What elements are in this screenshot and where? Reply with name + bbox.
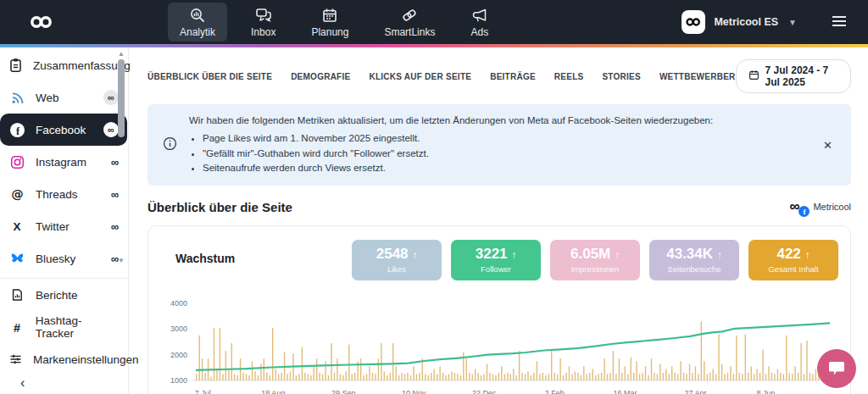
threads-icon: @ bbox=[8, 186, 25, 202]
date-range-value: 7 Jul 2024 - 7 Jul 2025 bbox=[765, 64, 838, 88]
stat-value: 3221 bbox=[476, 246, 508, 262]
sidebar: ZusammenfassungWeb∞fFacebook∞Instagram∞@… bbox=[0, 47, 129, 394]
stat-label: Gesamt Inhalt bbox=[768, 264, 818, 274]
scrollbar-thumb[interactable] bbox=[118, 59, 125, 137]
tab-reels[interactable]: REELS bbox=[554, 72, 584, 81]
growth-stats: 2548 ↑ Likes3221 ↑ Follower6.05M ↑ Impre… bbox=[352, 240, 838, 280]
scroll-down-icon[interactable]: ▼ bbox=[118, 258, 125, 264]
bluesky-icon bbox=[8, 252, 25, 266]
tab-berblick-ber-die-seite[interactable]: ÜBERBLICK ÜBER DIE SEITE bbox=[147, 72, 272, 81]
stat-card-gesamt-inhalt[interactable]: 422 ↑ Gesamt Inhalt bbox=[748, 240, 838, 280]
sidebar-item-berichte[interactable]: Berichte bbox=[0, 279, 127, 311]
up-arrow-icon: ↑ bbox=[805, 249, 810, 261]
account-brand-icon bbox=[682, 10, 705, 34]
sidebar-item-label: Berichte bbox=[36, 289, 78, 302]
tab-demografie[interactable]: DEMOGRAFIE bbox=[291, 72, 350, 81]
scroll-up-icon[interactable]: ▲ bbox=[118, 51, 125, 58]
nav-item-planung[interactable]: Planung bbox=[299, 3, 360, 42]
banner-close-button[interactable]: ✕ bbox=[820, 136, 836, 155]
support-chat-button[interactable] bbox=[817, 349, 856, 388]
tab-wettbewerber[interactable]: WETTBEWERBER bbox=[659, 72, 736, 81]
banner-bullet-list: Page Likes wird am 1. November 2025 eing… bbox=[189, 131, 713, 176]
x-axis-tick: 29 Sep bbox=[331, 389, 356, 394]
stat-value: 6.05M bbox=[570, 246, 610, 262]
activity-bars bbox=[196, 322, 828, 381]
sidebar-item-label: Facebook bbox=[36, 124, 86, 136]
sidebar-item-label: Hashtag-Tracker bbox=[36, 314, 119, 340]
nav-item-label: Analytik bbox=[180, 26, 215, 38]
report-icon bbox=[8, 287, 25, 302]
sidebar-item-hashtag-tracker[interactable]: #Hashtag-Tracker bbox=[0, 311, 127, 343]
main-nav: AnalytikInboxPlanungSmartLinksAds bbox=[168, 0, 500, 44]
y-axis-tick: 1000 bbox=[170, 376, 187, 385]
sidebar-item-web[interactable]: Web∞ bbox=[0, 81, 127, 114]
metricool-infinity-icon: ∞ f bbox=[789, 198, 808, 215]
banner-bullet: Page Likes wird am 1. November 2025 eing… bbox=[203, 131, 713, 147]
date-range-picker[interactable]: 7 Jul 2024 - 7 Jul 2025 bbox=[736, 59, 851, 93]
hamburger-menu-icon[interactable] bbox=[832, 14, 846, 30]
stat-card-likes[interactable]: 2548 ↑ Likes bbox=[352, 240, 442, 280]
account-switcher[interactable]: Metricool ES ▼ bbox=[682, 10, 797, 34]
sidebar-item-label: Twitter bbox=[36, 220, 70, 233]
nav-item-label: Inbox bbox=[251, 26, 275, 38]
stat-label: Seitenbesuche bbox=[668, 264, 721, 274]
meta-update-banner: Wir haben die folgenden Metriken aktuali… bbox=[147, 104, 851, 186]
growth-chart: 10002000300040007 Jul18 Aug29 Sep10 Nov2… bbox=[160, 287, 838, 394]
stat-label: Likes bbox=[387, 264, 406, 274]
x-axis-tick: 22 Dec bbox=[472, 389, 497, 394]
stat-value: 43.34K bbox=[666, 246, 713, 262]
calendar-icon bbox=[748, 69, 760, 83]
nav-item-inbox[interactable]: Inbox bbox=[239, 3, 287, 42]
growth-title: Wachstum bbox=[175, 252, 235, 265]
x-icon: X bbox=[8, 219, 25, 233]
y-axis-tick: 2000 bbox=[170, 351, 187, 359]
x-axis-tick: 16 Mar bbox=[613, 389, 637, 394]
sidebar-item-bluesky[interactable]: Bluesky∞ bbox=[0, 242, 127, 275]
rss-icon bbox=[8, 91, 25, 105]
connected-account-chip[interactable]: ∞ f Metricool bbox=[789, 198, 851, 215]
stat-label: Impressionen bbox=[570, 264, 619, 274]
svg-text:#: # bbox=[14, 320, 20, 334]
banner-intro: Wir haben die folgenden Metriken aktuali… bbox=[189, 114, 713, 129]
sidebar-item-label: Instagram bbox=[36, 156, 86, 169]
facebook-icon: f bbox=[8, 122, 25, 138]
sliders-icon bbox=[8, 352, 23, 366]
inbox-chat-icon bbox=[255, 7, 272, 24]
instagram-icon bbox=[8, 155, 25, 169]
sidebar-item-markeneinstellungen[interactable]: Markeneinstellungen bbox=[0, 343, 127, 375]
stat-card-seitenbesuche[interactable]: 43.34K ↑ Seitenbesuche bbox=[649, 240, 739, 280]
sidebar-collapse-button[interactable]: ‹ bbox=[20, 375, 128, 391]
x-axis-tick: 8 Jun bbox=[756, 389, 775, 394]
sidebar-item-facebook[interactable]: fFacebook∞ bbox=[0, 114, 127, 146]
sidebar-item-instagram[interactable]: Instagram∞ bbox=[0, 146, 127, 178]
nav-item-smartlinks[interactable]: SmartLinks bbox=[372, 3, 447, 42]
chevron-down-icon: ▼ bbox=[788, 18, 797, 27]
facebook-badge-icon: f bbox=[798, 206, 810, 217]
analytics-search-icon bbox=[189, 7, 206, 24]
tab-klicks-auf-der-seite[interactable]: KLICKS AUF DER SEITE bbox=[369, 72, 471, 81]
stat-label: Follower bbox=[481, 264, 511, 274]
calendar-icon bbox=[321, 7, 338, 24]
x-axis-tick: 27 Apr bbox=[684, 389, 706, 394]
up-arrow-icon: ↑ bbox=[511, 249, 516, 261]
x-axis-tick: 18 Aug bbox=[261, 389, 285, 394]
nav-item-analytik[interactable]: Analytik bbox=[168, 3, 227, 42]
growth-card: Wachstum 2548 ↑ Likes3221 ↑ Follower6.05… bbox=[147, 225, 851, 394]
up-arrow-icon: ↑ bbox=[717, 249, 722, 261]
sidebar-scrollbar[interactable]: ▲ ▼ bbox=[117, 51, 125, 264]
nav-item-label: Planung bbox=[311, 26, 348, 38]
metricool-logo-icon[interactable] bbox=[29, 15, 58, 29]
nav-item-ads[interactable]: Ads bbox=[459, 3, 500, 42]
stat-card-follower[interactable]: 3221 ↑ Follower bbox=[451, 240, 541, 280]
top-navigation: AnalytikInboxPlanungSmartLinksAds Metric… bbox=[0, 0, 868, 44]
follower-line bbox=[196, 324, 830, 371]
sidebar-item-zusammenfassung[interactable]: Zusammenfassung bbox=[0, 49, 127, 81]
sidebar-item-twitter[interactable]: XTwitter∞ bbox=[0, 210, 127, 242]
stat-card-impressionen[interactable]: 6.05M ↑ Impressionen bbox=[550, 240, 640, 280]
links-icon bbox=[401, 7, 418, 24]
tab-beitr-ge[interactable]: BEITRÄGE bbox=[490, 72, 536, 81]
clipboard-icon bbox=[8, 58, 23, 73]
sidebar-item-threads[interactable]: @Threads∞ bbox=[0, 178, 127, 210]
tab-stories[interactable]: STORIES bbox=[602, 72, 640, 81]
analytics-tabs: ÜBERBLICK ÜBER DIE SEITEDEMOGRAFIEKLICKS… bbox=[147, 72, 736, 81]
